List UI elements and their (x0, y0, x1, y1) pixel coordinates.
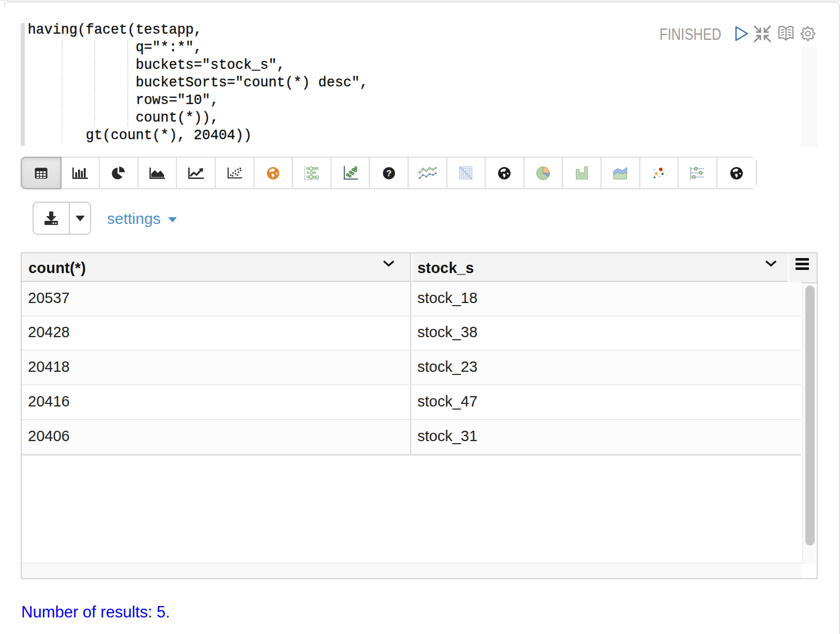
svg-text:?: ? (386, 169, 392, 178)
